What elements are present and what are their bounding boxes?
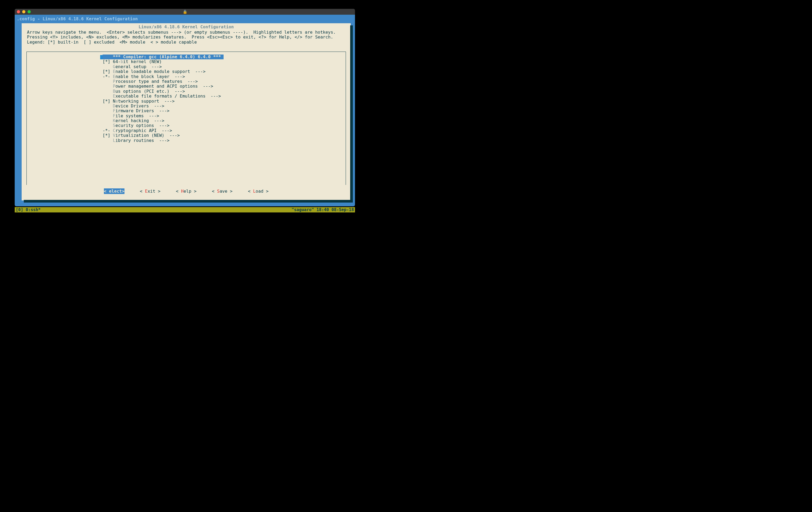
config-title: .config - Linux/x86 4.18.6 Kernel Config…	[15, 15, 355, 24]
menu-item[interactable]: -*- Enable the block layer --->	[27, 74, 346, 79]
tmux-clock: "saguaro" 18:40 08-Sep-18	[292, 207, 354, 212]
cursor	[100, 55, 103, 59]
lock-icon: 🔒	[183, 10, 187, 14]
zoom-icon[interactable]	[28, 10, 31, 13]
menu-item[interactable]: Device Drivers --->	[27, 104, 346, 109]
menu-item[interactable]: Library routines --->	[27, 138, 346, 143]
minimize-icon[interactable]	[22, 10, 25, 13]
menuconfig-button[interactable]: < Exit >	[140, 189, 161, 194]
tmux-session-info: [0] 0:ssh*	[16, 207, 40, 212]
menuconfig-button[interactable]: < Help >	[176, 189, 196, 194]
menuconfig-button[interactable]: < elect>	[104, 189, 124, 194]
menuconfig-list-frame: *** Compiler: gcc (Alpine 6.4.0) 6.4.0 *…	[26, 52, 346, 185]
menu-item[interactable]: [*] 64-bit kernel (NEW)	[27, 59, 346, 64]
menuconfig-help-text: Arrow keys navigate the menu. <Enter> se…	[22, 29, 351, 48]
menu-item[interactable]: General setup --->	[27, 64, 346, 69]
menuconfig-buttons: < elect> < Exit > < Help > < Save > < Lo…	[26, 189, 346, 195]
menuconfig-items: *** Compiler: gcc (Alpine 6.4.0) 6.4.0 *…	[27, 52, 346, 143]
menu-item[interactable]: [*] Enable loadable module support --->	[27, 69, 346, 74]
menu-item[interactable]: -*- Cryptographic API --->	[27, 128, 346, 133]
menuconfig-button[interactable]: < Load >	[248, 189, 268, 194]
menu-item[interactable]: Kernel hacking --->	[27, 118, 346, 123]
menu-item[interactable]: Security options --->	[27, 123, 346, 128]
menu-item[interactable]: Power management and ACPI options --->	[27, 84, 346, 89]
terminal-window: 🔒 .config - Linux/x86 4.18.6 Kernel Conf…	[15, 9, 355, 206]
menu-item[interactable]: *** Compiler: gcc (Alpine 6.4.0) 6.4.0 *…	[27, 55, 346, 59]
menu-item[interactable]: Firmware Drivers --->	[27, 109, 346, 113]
panel-shadow-bottom	[24, 200, 353, 203]
menu-item[interactable]: Bus options (PCI etc.) --->	[27, 89, 346, 94]
tmux-status-bar: [0] 0:ssh* "saguaro" 18:40 08-Sep-18	[15, 207, 355, 212]
menu-item[interactable]: File systems --->	[27, 114, 346, 118]
menu-item[interactable]: Processor type and features --->	[27, 79, 346, 84]
menuconfig-title: Linux/x86 4.18.6 Kernel Configuration	[22, 23, 351, 29]
menu-item[interactable]: [*] Networking support --->	[27, 99, 346, 104]
menu-item[interactable]: Executable file formats / Emulations ---…	[27, 94, 346, 98]
terminal-body[interactable]: .config - Linux/x86 4.18.6 Kernel Config…	[15, 15, 355, 206]
panel-shadow-right	[350, 25, 353, 203]
close-icon[interactable]	[17, 10, 20, 13]
menu-item[interactable]: [*] Virtualization (NEW) --->	[27, 133, 346, 138]
menuconfig-button[interactable]: < Save >	[212, 189, 232, 194]
traffic-lights	[17, 10, 31, 13]
menuconfig-panel: Linux/x86 4.18.6 Kernel Configuration Ar…	[22, 23, 351, 200]
window-titlebar: 🔒	[15, 9, 355, 15]
